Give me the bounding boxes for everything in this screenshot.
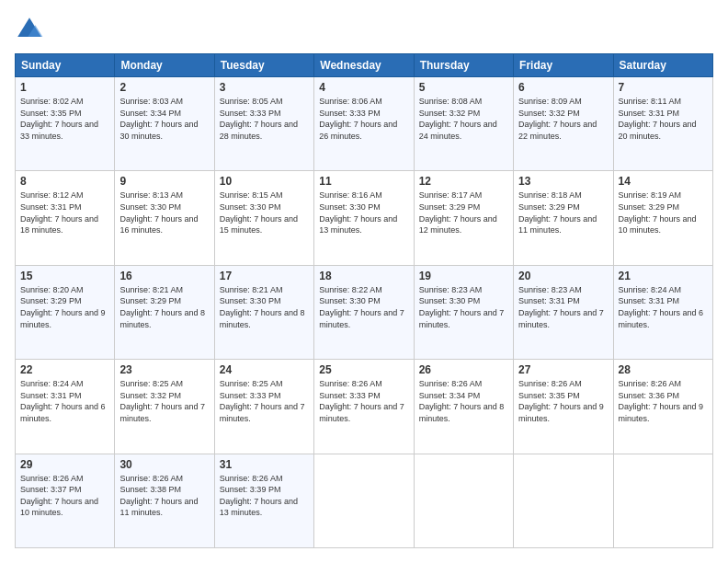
day-cell-28: 28 Sunrise: 8:26 AM Sunset: 3:36 PM Dayl… (613, 360, 712, 454)
header-row: SundayMondayTuesdayWednesdayThursdayFrid… (16, 54, 713, 77)
sunrise-label: Sunrise: 8:19 AM (619, 190, 682, 200)
day-number: 9 (119, 175, 209, 188)
day-info: Sunrise: 8:24 AM Sunset: 3:31 PM Dayligh… (619, 284, 708, 330)
day-info: Sunrise: 8:19 AM Sunset: 3:29 PM Dayligh… (619, 190, 708, 236)
daylight-label: Daylight: 7 hours and 20 minutes. (619, 120, 697, 141)
sunrise-label: Sunrise: 8:26 AM (119, 474, 183, 483)
daylight-label: Daylight: 7 hours and 7 minutes. (319, 308, 404, 329)
sunrise-label: Sunrise: 8:15 AM (220, 190, 283, 200)
sunset-label: Sunset: 3:29 PM (119, 296, 181, 305)
sunset-label: Sunset: 3:36 PM (619, 391, 680, 400)
day-cell-23: 23 Sunrise: 8:25 AM Sunset: 3:32 PM Dayl… (115, 360, 214, 454)
logo-icon (15, 15, 44, 44)
day-info: Sunrise: 8:03 AM Sunset: 3:34 PM Dayligh… (119, 96, 209, 142)
sunrise-label: Sunrise: 8:09 AM (518, 97, 582, 106)
sunrise-label: Sunrise: 8:06 AM (319, 97, 382, 106)
page: SundayMondayTuesdayWednesdayThursdayFrid… (0, 0, 728, 563)
day-info: Sunrise: 8:22 AM Sunset: 3:30 PM Dayligh… (319, 284, 408, 330)
daylight-label: Daylight: 7 hours and 28 minutes. (220, 120, 298, 141)
sunrise-label: Sunrise: 8:11 AM (619, 97, 682, 106)
sunrise-label: Sunrise: 8:22 AM (319, 285, 382, 294)
day-info: Sunrise: 8:15 AM Sunset: 3:30 PM Dayligh… (220, 190, 309, 236)
sunset-label: Sunset: 3:31 PM (619, 109, 680, 118)
sunrise-label: Sunrise: 8:05 AM (220, 97, 283, 106)
daylight-label: Daylight: 7 hours and 7 minutes. (518, 308, 604, 329)
sunrise-label: Sunrise: 8:26 AM (20, 474, 84, 483)
sunrise-label: Sunrise: 8:24 AM (20, 379, 84, 388)
daylight-label: Daylight: 7 hours and 6 minutes. (619, 308, 704, 329)
sunset-label: Sunset: 3:39 PM (220, 485, 281, 494)
daylight-label: Daylight: 7 hours and 6 minutes. (20, 402, 106, 423)
daylight-label: Daylight: 7 hours and 10 minutes. (20, 497, 98, 518)
day-number: 31 (220, 458, 309, 471)
day-number: 25 (319, 363, 408, 376)
day-info: Sunrise: 8:21 AM Sunset: 3:30 PM Dayligh… (220, 284, 309, 330)
daylight-label: Daylight: 7 hours and 8 minutes. (119, 308, 205, 329)
day-cell-15: 15 Sunrise: 8:20 AM Sunset: 3:29 PM Dayl… (16, 265, 115, 359)
sunset-label: Sunset: 3:29 PM (419, 202, 481, 212)
daylight-label: Daylight: 7 hours and 33 minutes. (20, 120, 98, 141)
sunrise-label: Sunrise: 8:26 AM (220, 474, 283, 483)
sunset-label: Sunset: 3:29 PM (20, 296, 82, 305)
sunset-label: Sunset: 3:33 PM (220, 391, 281, 400)
day-number: 14 (619, 175, 708, 188)
day-cell-3: 3 Sunrise: 8:05 AM Sunset: 3:33 PM Dayli… (214, 77, 313, 171)
sunset-label: Sunset: 3:38 PM (119, 485, 181, 494)
day-info: Sunrise: 8:26 AM Sunset: 3:39 PM Dayligh… (220, 473, 309, 519)
sunrise-label: Sunrise: 8:21 AM (119, 285, 183, 294)
daylight-label: Daylight: 7 hours and 9 minutes. (20, 308, 106, 329)
day-number: 28 (619, 363, 708, 376)
sunset-label: Sunset: 3:37 PM (20, 485, 82, 494)
day-info: Sunrise: 8:25 AM Sunset: 3:33 PM Dayligh… (220, 378, 309, 424)
day-cell-22: 22 Sunrise: 8:24 AM Sunset: 3:31 PM Dayl… (16, 360, 115, 454)
day-info: Sunrise: 8:11 AM Sunset: 3:31 PM Dayligh… (619, 96, 708, 142)
day-number: 3 (220, 81, 309, 94)
daylight-label: Daylight: 7 hours and 13 minutes. (220, 497, 298, 518)
day-header-tuesday: Tuesday (214, 54, 313, 77)
day-info: Sunrise: 8:18 AM Sunset: 3:29 PM Dayligh… (518, 190, 608, 236)
logo (15, 15, 48, 44)
sunrise-label: Sunrise: 8:23 AM (419, 285, 483, 294)
day-cell-4: 4 Sunrise: 8:06 AM Sunset: 3:33 PM Dayli… (314, 77, 414, 171)
week-row-4: 22 Sunrise: 8:24 AM Sunset: 3:31 PM Dayl… (16, 360, 713, 454)
day-cell-25: 25 Sunrise: 8:26 AM Sunset: 3:33 PM Dayl… (314, 360, 414, 454)
day-cell-10: 10 Sunrise: 8:15 AM Sunset: 3:30 PM Dayl… (214, 171, 313, 265)
daylight-label: Daylight: 7 hours and 9 minutes. (518, 402, 604, 423)
sunrise-label: Sunrise: 8:26 AM (619, 379, 682, 388)
daylight-label: Daylight: 7 hours and 9 minutes. (619, 402, 704, 423)
day-cell-29: 29 Sunrise: 8:26 AM Sunset: 3:37 PM Dayl… (16, 454, 115, 547)
sunrise-label: Sunrise: 8:21 AM (220, 285, 283, 294)
week-row-1: 1 Sunrise: 8:02 AM Sunset: 3:35 PM Dayli… (16, 77, 713, 171)
day-number: 24 (220, 363, 309, 376)
day-info: Sunrise: 8:17 AM Sunset: 3:29 PM Dayligh… (419, 190, 508, 236)
day-number: 26 (419, 363, 508, 376)
day-header-monday: Monday (115, 54, 214, 77)
day-cell-24: 24 Sunrise: 8:25 AM Sunset: 3:33 PM Dayl… (214, 360, 313, 454)
daylight-label: Daylight: 7 hours and 7 minutes. (419, 308, 505, 329)
week-row-5: 29 Sunrise: 8:26 AM Sunset: 3:37 PM Dayl… (16, 454, 713, 547)
day-info: Sunrise: 8:26 AM Sunset: 3:35 PM Dayligh… (518, 378, 608, 424)
daylight-label: Daylight: 7 hours and 16 minutes. (119, 214, 198, 236)
header (15, 15, 713, 44)
day-cell-26: 26 Sunrise: 8:26 AM Sunset: 3:34 PM Dayl… (414, 360, 513, 454)
day-number: 21 (619, 270, 708, 282)
day-cell-12: 12 Sunrise: 8:17 AM Sunset: 3:29 PM Dayl… (414, 171, 513, 265)
day-cell-27: 27 Sunrise: 8:26 AM Sunset: 3:35 PM Dayl… (514, 360, 613, 454)
day-cell-20: 20 Sunrise: 8:23 AM Sunset: 3:31 PM Dayl… (514, 265, 613, 359)
day-cell-16: 16 Sunrise: 8:21 AM Sunset: 3:29 PM Dayl… (115, 265, 214, 359)
day-cell-1: 1 Sunrise: 8:02 AM Sunset: 3:35 PM Dayli… (16, 77, 115, 171)
sunset-label: Sunset: 3:30 PM (319, 202, 381, 212)
day-number: 17 (220, 270, 309, 282)
sunrise-label: Sunrise: 8:03 AM (119, 97, 183, 106)
day-cell-13: 13 Sunrise: 8:18 AM Sunset: 3:29 PM Dayl… (514, 171, 613, 265)
sunrise-label: Sunrise: 8:26 AM (319, 379, 382, 388)
day-number: 27 (518, 363, 608, 376)
sunrise-label: Sunrise: 8:26 AM (518, 379, 582, 388)
daylight-label: Daylight: 7 hours and 24 minutes. (419, 120, 497, 141)
daylight-label: Daylight: 7 hours and 11 minutes. (119, 497, 198, 518)
day-number: 10 (220, 175, 309, 188)
sunset-label: Sunset: 3:35 PM (518, 391, 580, 400)
sunrise-label: Sunrise: 8:25 AM (119, 379, 183, 388)
sunset-label: Sunset: 3:30 PM (319, 296, 381, 305)
day-cell-31: 31 Sunrise: 8:26 AM Sunset: 3:39 PM Dayl… (214, 454, 313, 547)
